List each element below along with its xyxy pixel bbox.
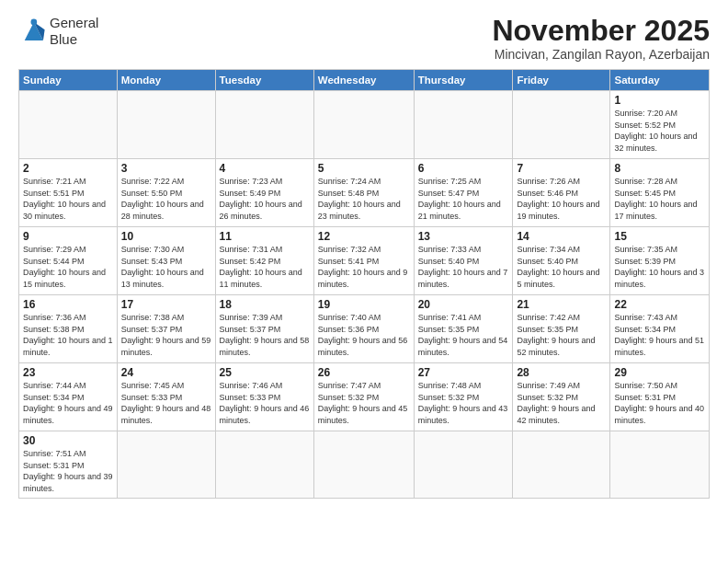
day-number: 10 — [121, 230, 211, 243]
day-number: 9 — [23, 230, 113, 243]
day-info: Sunrise: 7:44 AM Sunset: 5:34 PM Dayligh… — [23, 380, 113, 426]
table-row: 20Sunrise: 7:41 AM Sunset: 5:35 PM Dayli… — [414, 295, 513, 363]
day-info: Sunrise: 7:28 AM Sunset: 5:45 PM Dayligh… — [614, 176, 705, 222]
table-row — [313, 91, 414, 159]
day-info: Sunrise: 7:39 AM Sunset: 5:37 PM Dayligh… — [220, 312, 310, 358]
svg-point-2 — [30, 19, 37, 26]
day-number: 27 — [418, 366, 509, 379]
day-number: 23 — [23, 366, 113, 379]
page: General Blue November 2025 Mincivan, Zan… — [0, 0, 728, 563]
day-number: 13 — [418, 230, 509, 243]
table-row: 1Sunrise: 7:20 AM Sunset: 5:52 PM Daylig… — [610, 91, 710, 159]
day-info: Sunrise: 7:42 AM Sunset: 5:35 PM Dayligh… — [517, 312, 606, 358]
logo-text: General Blue — [50, 15, 98, 48]
table-row: 18Sunrise: 7:39 AM Sunset: 5:37 PM Dayli… — [215, 295, 313, 363]
day-number: 30 — [23, 434, 113, 447]
day-info: Sunrise: 7:48 AM Sunset: 5:32 PM Dayligh… — [418, 380, 509, 426]
day-info: Sunrise: 7:49 AM Sunset: 5:32 PM Dayligh… — [517, 380, 606, 426]
title-area: November 2025 Mincivan, Zangilan Rayon, … — [492, 15, 710, 62]
col-wednesday: Wednesday — [313, 70, 414, 91]
day-number: 8 — [614, 162, 705, 175]
day-info: Sunrise: 7:23 AM Sunset: 5:49 PM Dayligh… — [220, 176, 310, 222]
day-info: Sunrise: 7:35 AM Sunset: 5:39 PM Dayligh… — [614, 244, 705, 290]
logo-line1: General — [50, 15, 98, 31]
table-row: 14Sunrise: 7:34 AM Sunset: 5:40 PM Dayli… — [513, 227, 610, 295]
table-row — [610, 431, 710, 498]
day-info: Sunrise: 7:31 AM Sunset: 5:42 PM Dayligh… — [220, 244, 310, 290]
table-row: 23Sunrise: 7:44 AM Sunset: 5:34 PM Dayli… — [19, 363, 118, 431]
day-number: 2 — [23, 162, 113, 175]
table-row: 26Sunrise: 7:47 AM Sunset: 5:32 PM Dayli… — [313, 363, 414, 431]
table-row: 28Sunrise: 7:49 AM Sunset: 5:32 PM Dayli… — [513, 363, 610, 431]
table-row: 15Sunrise: 7:35 AM Sunset: 5:39 PM Dayli… — [610, 227, 710, 295]
day-info: Sunrise: 7:20 AM Sunset: 5:52 PM Dayligh… — [614, 108, 705, 154]
calendar-header-row: Sunday Monday Tuesday Wednesday Thursday… — [19, 70, 710, 91]
day-info: Sunrise: 7:47 AM Sunset: 5:32 PM Dayligh… — [318, 380, 410, 426]
table-row — [513, 431, 610, 498]
day-info: Sunrise: 7:30 AM Sunset: 5:43 PM Dayligh… — [121, 244, 211, 290]
day-number: 15 — [614, 230, 705, 243]
month-title: November 2025 — [492, 15, 710, 47]
table-row: 11Sunrise: 7:31 AM Sunset: 5:42 PM Dayli… — [215, 227, 313, 295]
day-info: Sunrise: 7:36 AM Sunset: 5:38 PM Dayligh… — [23, 312, 113, 358]
day-number: 5 — [318, 162, 410, 175]
day-info: Sunrise: 7:34 AM Sunset: 5:40 PM Dayligh… — [517, 244, 606, 290]
table-row: 8Sunrise: 7:28 AM Sunset: 5:45 PM Daylig… — [610, 159, 710, 227]
day-number: 29 — [614, 366, 705, 379]
calendar: Sunday Monday Tuesday Wednesday Thursday… — [18, 69, 710, 498]
logo: General Blue — [18, 15, 98, 48]
day-info: Sunrise: 7:41 AM Sunset: 5:35 PM Dayligh… — [418, 312, 509, 358]
table-row: 2Sunrise: 7:21 AM Sunset: 5:51 PM Daylig… — [19, 159, 118, 227]
day-info: Sunrise: 7:29 AM Sunset: 5:44 PM Dayligh… — [23, 244, 113, 290]
table-row: 19Sunrise: 7:40 AM Sunset: 5:36 PM Dayli… — [313, 295, 414, 363]
day-info: Sunrise: 7:38 AM Sunset: 5:37 PM Dayligh… — [121, 312, 211, 358]
table-row — [313, 431, 414, 498]
day-info: Sunrise: 7:33 AM Sunset: 5:40 PM Dayligh… — [418, 244, 509, 290]
col-saturday: Saturday — [610, 70, 710, 91]
day-info: Sunrise: 7:46 AM Sunset: 5:33 PM Dayligh… — [220, 380, 310, 426]
table-row: 10Sunrise: 7:30 AM Sunset: 5:43 PM Dayli… — [117, 227, 215, 295]
day-number: 24 — [121, 366, 211, 379]
day-info: Sunrise: 7:51 AM Sunset: 5:31 PM Dayligh… — [23, 448, 113, 494]
table-row: 22Sunrise: 7:43 AM Sunset: 5:34 PM Dayli… — [610, 295, 710, 363]
day-number: 11 — [220, 230, 310, 243]
day-info: Sunrise: 7:32 AM Sunset: 5:41 PM Dayligh… — [318, 244, 410, 290]
table-row: 5Sunrise: 7:24 AM Sunset: 5:48 PM Daylig… — [313, 159, 414, 227]
table-row: 21Sunrise: 7:42 AM Sunset: 5:35 PM Dayli… — [513, 295, 610, 363]
location-subtitle: Mincivan, Zangilan Rayon, Azerbaijan — [492, 47, 710, 62]
day-info: Sunrise: 7:43 AM Sunset: 5:34 PM Dayligh… — [614, 312, 705, 358]
table-row: 17Sunrise: 7:38 AM Sunset: 5:37 PM Dayli… — [117, 295, 215, 363]
table-row — [117, 431, 215, 498]
day-info: Sunrise: 7:25 AM Sunset: 5:47 PM Dayligh… — [418, 176, 509, 222]
header: General Blue November 2025 Mincivan, Zan… — [18, 15, 710, 62]
day-info: Sunrise: 7:26 AM Sunset: 5:46 PM Dayligh… — [517, 176, 606, 222]
table-row: 9Sunrise: 7:29 AM Sunset: 5:44 PM Daylig… — [19, 227, 118, 295]
table-row: 3Sunrise: 7:22 AM Sunset: 5:50 PM Daylig… — [117, 159, 215, 227]
table-row: 7Sunrise: 7:26 AM Sunset: 5:46 PM Daylig… — [513, 159, 610, 227]
day-number: 20 — [418, 298, 509, 311]
day-info: Sunrise: 7:45 AM Sunset: 5:33 PM Dayligh… — [121, 380, 211, 426]
table-row: 30Sunrise: 7:51 AM Sunset: 5:31 PM Dayli… — [19, 431, 118, 498]
table-row: 29Sunrise: 7:50 AM Sunset: 5:31 PM Dayli… — [610, 363, 710, 431]
table-row — [513, 91, 610, 159]
day-number: 16 — [23, 298, 113, 311]
day-number: 1 — [614, 94, 705, 107]
day-number: 4 — [220, 162, 310, 175]
day-number: 18 — [220, 298, 310, 311]
day-number: 6 — [418, 162, 509, 175]
table-row: 13Sunrise: 7:33 AM Sunset: 5:40 PM Dayli… — [414, 227, 513, 295]
day-info: Sunrise: 7:22 AM Sunset: 5:50 PM Dayligh… — [121, 176, 211, 222]
day-number: 3 — [121, 162, 211, 175]
day-number: 19 — [318, 298, 410, 311]
day-info: Sunrise: 7:24 AM Sunset: 5:48 PM Dayligh… — [318, 176, 410, 222]
day-number: 28 — [517, 366, 606, 379]
day-number: 14 — [517, 230, 606, 243]
day-info: Sunrise: 7:21 AM Sunset: 5:51 PM Dayligh… — [23, 176, 113, 222]
logo-line2: Blue — [50, 31, 98, 48]
table-row — [19, 91, 118, 159]
day-info: Sunrise: 7:50 AM Sunset: 5:31 PM Dayligh… — [614, 380, 705, 426]
table-row: 4Sunrise: 7:23 AM Sunset: 5:49 PM Daylig… — [215, 159, 313, 227]
day-number: 17 — [121, 298, 211, 311]
col-friday: Friday — [513, 70, 610, 91]
table-row: 25Sunrise: 7:46 AM Sunset: 5:33 PM Dayli… — [215, 363, 313, 431]
